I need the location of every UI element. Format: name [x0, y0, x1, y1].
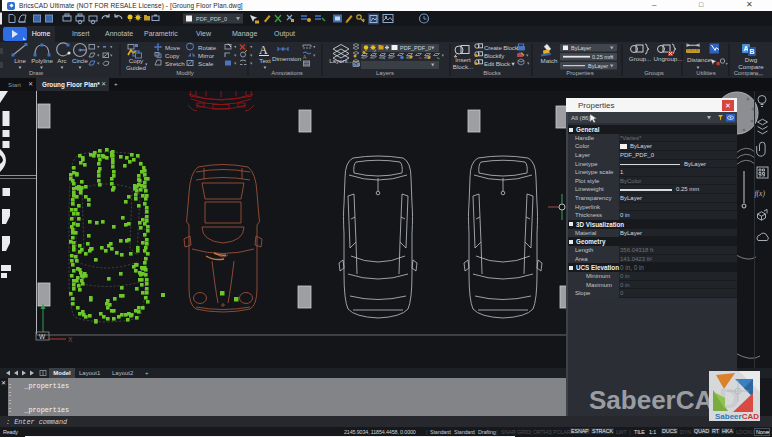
svg-text:X: X	[68, 336, 73, 343]
svg-text:SabeerCAD: SabeerCAD	[715, 412, 759, 421]
svg-text:PDF_PDF_0: PDF_PDF_0	[196, 16, 227, 22]
svg-text:B: B	[750, 48, 755, 55]
svg-text:ByLayer: ByLayer	[571, 45, 591, 51]
svg-text:A: A	[259, 43, 268, 57]
svg-text:f(x): f(x)	[755, 189, 766, 198]
svg-text:ByLayer: ByLayer	[588, 63, 608, 69]
svg-text:0.25 mm: 0.25 mm	[592, 54, 614, 60]
svg-text:W: W	[39, 333, 46, 340]
svg-text:A: A	[303, 54, 307, 60]
svg-text:PDF_PDF_0: PDF_PDF_0	[400, 45, 431, 51]
svg-text:A: A	[744, 45, 749, 52]
